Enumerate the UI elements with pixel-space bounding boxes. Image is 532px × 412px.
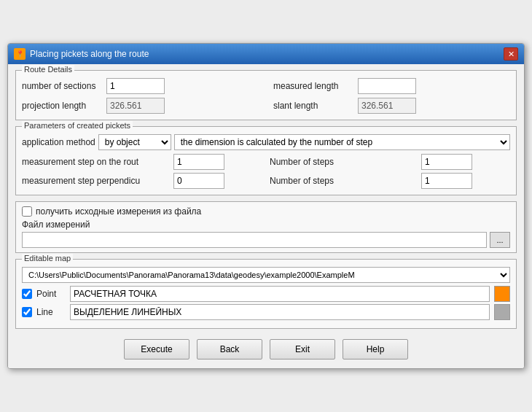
num-sections-label: number of sections <box>22 81 102 91</box>
meas-step-route-input[interactable] <box>173 154 224 170</box>
meas-step-perp-row: measurement step perpendicu <box>22 173 262 189</box>
close-button[interactable]: ✕ <box>504 47 518 61</box>
exit-button[interactable]: Exit <box>270 339 335 359</box>
slant-length-label: slant length <box>273 101 353 111</box>
slant-length-input <box>358 98 416 114</box>
measured-length-row: measured length <box>273 78 510 94</box>
num-steps-input1[interactable] <box>421 154 472 170</box>
back-button[interactable]: Back <box>197 339 262 359</box>
params-content: application method by object by value by… <box>22 127 510 189</box>
layer-line-name: Line <box>36 307 66 317</box>
main-dialog: 📍 Placing pickets along the route ✕ Rout… <box>7 43 525 369</box>
map-path-row: C:\Users\Public\Documents\Panorama\Panor… <box>22 267 510 283</box>
file-input[interactable] <box>22 232 487 248</box>
measurements-checkbox[interactable] <box>22 206 32 217</box>
window-title: Placing pickets along the route <box>30 49 149 59</box>
editable-map-group: Editable map C:\Users\Public\Documents\P… <box>15 259 517 329</box>
dimension-select[interactable]: the dimension is calculated by the numbe… <box>174 134 510 150</box>
projection-length-label: projection length <box>22 101 102 111</box>
meas-step-perp-input[interactable] <box>173 173 224 189</box>
num-steps-row2: Number of steps <box>270 173 510 189</box>
browse-button[interactable]: ... <box>490 232 510 248</box>
app-method-select[interactable]: by object by value by step <box>98 134 171 150</box>
measured-length-input[interactable] <box>358 78 416 94</box>
route-details-label: Route Details <box>22 65 74 74</box>
dialog-body: Route Details number of sections measure… <box>8 64 524 368</box>
projection-length-row: projection length <box>22 98 259 114</box>
app-method-row: application method by object by value by… <box>22 134 510 150</box>
meas-step-route-row: measurement step on the rout <box>22 154 262 170</box>
layer-point-value[interactable] <box>70 286 490 302</box>
params-group: Parameters of created pickets applicatio… <box>15 126 517 195</box>
file-label: Файл измерений <box>22 219 510 230</box>
layer-line-color-button[interactable] <box>494 304 510 320</box>
app-method-label: application method <box>22 137 95 147</box>
window-icon: 📍 <box>14 48 26 60</box>
params-label: Parameters of created pickets <box>22 121 133 130</box>
map-path-select[interactable]: C:\Users\Public\Documents\Panorama\Panor… <box>22 267 510 283</box>
meas-step-perp-label: measurement step perpendicu <box>22 176 168 186</box>
measurements-checkbox-label: получить исходные измерения из файла <box>36 206 201 217</box>
num-sections-input[interactable] <box>106 78 165 94</box>
projection-length-input <box>106 98 165 114</box>
num-steps-input2[interactable] <box>421 173 472 189</box>
num-sections-row: number of sections <box>22 78 259 94</box>
num-steps-row1: Number of steps <box>270 154 510 170</box>
slant-length-row: slant length <box>273 98 510 114</box>
map-content: C:\Users\Public\Documents\Panorama\Panor… <box>22 260 510 320</box>
layer-line-checkbox[interactable] <box>22 307 32 317</box>
execute-button[interactable]: Execute <box>124 339 189 359</box>
layer-row-line: Line <box>22 304 510 320</box>
title-bar-left: 📍 Placing pickets along the route <box>14 48 149 60</box>
file-row: ... <box>22 232 510 248</box>
layer-point-name: Point <box>36 289 66 299</box>
layer-row-point: Point <box>22 286 510 302</box>
measurements-checkbox-row: получить исходные измерения из файла <box>22 206 510 217</box>
route-details-content: number of sections measured length proje… <box>22 71 510 114</box>
meas-step-route-label: measurement step on the rout <box>22 157 168 167</box>
route-details-group: Route Details number of sections measure… <box>15 70 517 120</box>
editable-map-label: Editable map <box>22 254 73 263</box>
help-button[interactable]: Help <box>343 339 408 359</box>
num-steps-label2: Number of steps <box>270 176 415 186</box>
title-bar: 📍 Placing pickets along the route ✕ <box>8 44 524 64</box>
buttons-row: Execute Back Exit Help <box>15 335 517 362</box>
layer-point-color-button[interactable] <box>494 286 510 302</box>
measurements-section: получить исходные измерения из файла Фай… <box>15 201 517 253</box>
layer-line-value[interactable] <box>70 304 490 320</box>
num-steps-label1: Number of steps <box>270 157 415 167</box>
layer-point-checkbox[interactable] <box>22 289 32 299</box>
measured-length-label: measured length <box>273 81 353 91</box>
